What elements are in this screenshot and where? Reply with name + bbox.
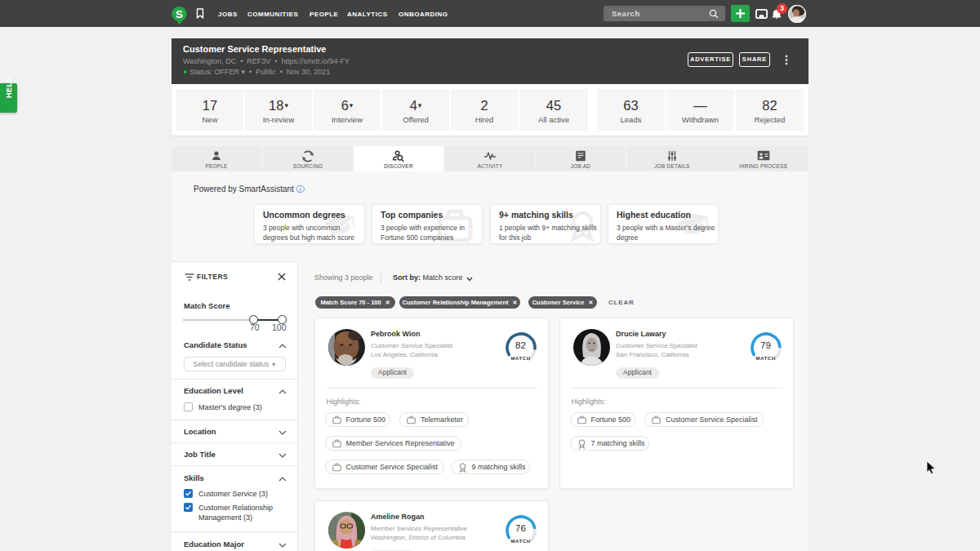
svg-text:S: S	[176, 8, 183, 20]
